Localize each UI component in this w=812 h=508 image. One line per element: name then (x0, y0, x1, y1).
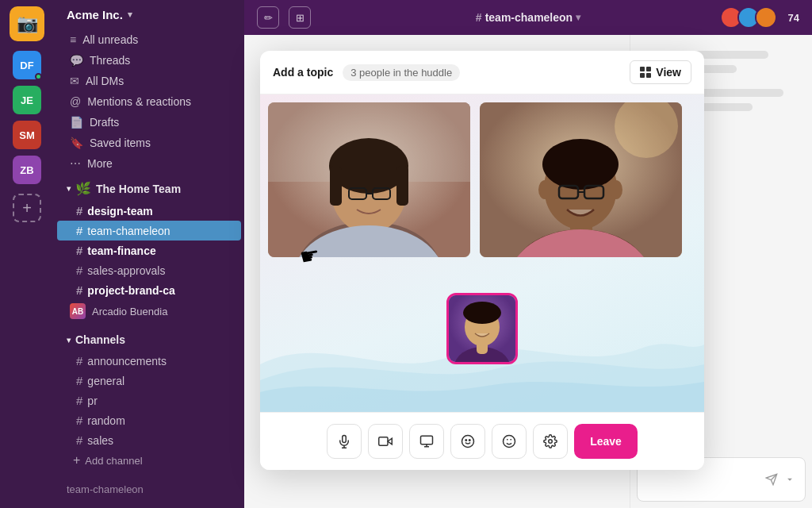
svg-rect-0 (640, 67, 645, 71)
self-video-tile (446, 293, 518, 364)
sidebar-item-mentions[interactable]: @ Mentions & reactions (57, 91, 241, 112)
hash-icon: # (76, 414, 82, 427)
topbar-right: 74 (720, 6, 799, 29)
sidebar-item-drafts[interactable]: 📄 Drafts (57, 112, 241, 133)
huddle-modal: Add a topic 3 people in the huddle View (260, 51, 704, 470)
avatar-zb[interactable]: ZB (13, 156, 41, 184)
user-avatar: AB (70, 303, 86, 319)
leave-button[interactable]: Leave (574, 424, 638, 459)
view-button[interactable]: View (630, 60, 691, 84)
svg-point-23 (610, 180, 622, 199)
settings-button[interactable] (533, 424, 568, 459)
svg-rect-1 (646, 67, 651, 71)
chevron-down-icon: ▾ (128, 10, 132, 20)
hash-icon: # (76, 374, 82, 387)
svg-rect-37 (379, 437, 388, 446)
mute-button[interactable] (327, 424, 362, 459)
online-count: 74 (788, 12, 799, 24)
avatar-sm[interactable]: SM (13, 121, 41, 149)
hash-icon: # (76, 354, 82, 368)
grid-icon[interactable]: ⊞ (289, 6, 311, 29)
team-section-header[interactable]: ▾ 🌿 The Home Team (54, 176, 244, 201)
mention-icon: @ (70, 95, 81, 108)
channel-pr[interactable]: # pr (57, 391, 241, 410)
expand-icon: ▾ (67, 336, 71, 344)
saved-icon: 🔖 (70, 137, 83, 149)
emoji-button[interactable] (450, 424, 485, 459)
video-icon (378, 434, 393, 448)
svg-point-43 (469, 440, 471, 441)
channel-random[interactable]: # random (57, 410, 241, 430)
video-button[interactable] (368, 424, 403, 459)
topbar-center: # team-chameleon ▾ (476, 11, 580, 24)
avatar-group (720, 6, 777, 29)
channel-sales[interactable]: # sales (57, 430, 241, 450)
sidebar-item-threads[interactable]: 💬 Threads (57, 50, 241, 71)
svg-rect-2 (640, 73, 645, 78)
mic-icon (337, 434, 351, 448)
sidebar-item-saved[interactable]: 🔖 Saved items (57, 133, 241, 153)
person1-video (268, 102, 470, 257)
video-area: ☛ (260, 94, 704, 412)
svg-point-47 (549, 440, 553, 444)
channel-general[interactable]: # general (57, 371, 241, 391)
sidebar-item-all-unreads[interactable]: ≡ All unreads (57, 29, 241, 50)
hash-icon: # (76, 204, 82, 217)
face-icon (502, 434, 516, 448)
svg-rect-10 (330, 166, 342, 206)
add-workspace-button[interactable]: + (13, 194, 41, 222)
topbar: ✏ ⊞ # team-chameleon ▾ (244, 0, 812, 35)
channel-announcements[interactable]: # announcements (57, 351, 241, 371)
channel-project-brand-ca[interactable]: # project-brand-ca (57, 280, 241, 300)
add-topic-button[interactable]: Add a topic (273, 66, 333, 79)
avatar-je[interactable]: JE (13, 86, 41, 114)
sidebar-item-more[interactable]: ⋯ More (57, 153, 241, 174)
svg-rect-11 (396, 166, 408, 206)
svg-rect-3 (646, 73, 651, 78)
online-indicator (35, 73, 42, 80)
channels-section-header[interactable]: ▾ Channels (54, 329, 244, 351)
chevron-down-icon: ▾ (576, 12, 580, 23)
self-person-video (449, 295, 515, 362)
list-icon: ≡ (70, 33, 76, 46)
screen-share-button[interactable] (409, 424, 444, 459)
person2-video (480, 102, 682, 257)
svg-rect-33 (343, 436, 347, 443)
channel-design-team[interactable]: # design-team (57, 201, 241, 221)
expand-icon: ▾ (67, 184, 71, 193)
threads-icon: 💬 (70, 54, 83, 67)
channel-sales-approvals[interactable]: # sales-approvals (57, 260, 241, 280)
huddle-header: Add a topic 3 people in the huddle View (260, 51, 704, 94)
face-effect-button[interactable] (492, 424, 527, 459)
video-grid (260, 94, 704, 259)
channel-team-finance[interactable]: # team-finance (57, 241, 241, 260)
workspace-name[interactable]: Acme Inc. ▾ (54, 0, 244, 29)
hash-icon: # (76, 264, 82, 277)
send-icon (765, 473, 778, 486)
hash-icon: # (76, 224, 82, 237)
topbar-left: ✏ ⊞ (257, 6, 311, 29)
screen-icon (419, 434, 434, 448)
sidebar: Acme Inc. ▾ ≡ All unreads 💬 Threads ✉ Al… (54, 0, 244, 508)
hash-icon: # (76, 433, 82, 447)
video-tile-1 (268, 102, 470, 257)
grid-view-icon (640, 67, 651, 78)
plus-icon: + (73, 453, 80, 468)
svg-point-22 (538, 180, 551, 199)
avatar-3 (755, 6, 777, 29)
people-count-badge[interactable]: 3 people in the huddle (343, 64, 460, 81)
dm-icon: ✉ (70, 75, 79, 87)
self-avatar (449, 295, 515, 362)
avatar-df[interactable]: DF (13, 51, 41, 79)
svg-point-41 (462, 436, 474, 448)
channel-team-chameleon[interactable]: # team-chameleon (57, 221, 241, 241)
user-arcadio[interactable]: AB Arcadio Buendia (54, 300, 244, 322)
edit-icon[interactable]: ✏ (257, 6, 279, 29)
video-tile-2 (480, 102, 682, 257)
main-content: ✏ ⊞ # team-chameleon ▾ (244, 0, 812, 508)
team-icon: 🌿 (75, 181, 91, 196)
add-channel-button[interactable]: + Add channel (54, 450, 244, 471)
workspace-logo[interactable]: 📷 (10, 6, 44, 41)
workspace-rail: 📷 DF JE SM ZB + (0, 0, 54, 508)
sidebar-item-all-dms[interactable]: ✉ All DMs (57, 71, 241, 91)
